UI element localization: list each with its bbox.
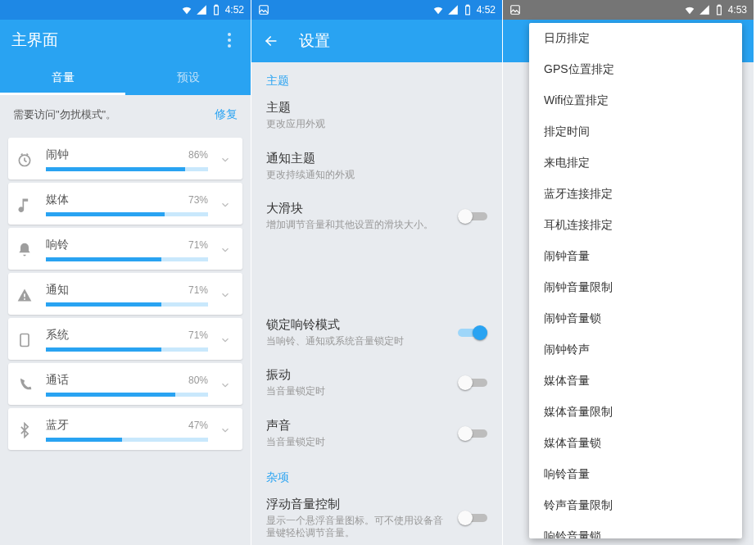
volume-type-icon (16, 242, 34, 258)
row-lock-ring: 锁定响铃模式 当响铃、通知或系统音量锁定时 (251, 307, 502, 358)
status-time: 4:53 (728, 4, 747, 16)
volume-card[interactable]: 通知71% (8, 273, 242, 315)
svg-rect-9 (511, 6, 520, 15)
tab-preset[interactable]: 预设 (125, 61, 251, 95)
svg-rect-6 (260, 6, 269, 15)
volume-type-icon (16, 152, 34, 168)
status-time: 4:52 (477, 4, 496, 16)
screen-main: 4:52 主界面 音量 预设 需要访问"勿扰模式"。 修复 闹钟86%媒体73%… (0, 0, 251, 545)
menu-item[interactable]: 来电排定 (529, 148, 742, 179)
volume-card[interactable]: 蓝牙47% (8, 408, 242, 450)
menu-item[interactable]: 排定时间 (529, 116, 742, 148)
row-vibrate: 振动 当音量锁定时 (251, 357, 502, 408)
chevron-down-icon[interactable] (220, 199, 234, 211)
volume-percent: 86% (188, 149, 208, 161)
volume-label: 蓝牙 (46, 418, 69, 433)
wifi-icon (684, 4, 695, 16)
menu-item[interactable]: 闹钟音量限制 (529, 272, 742, 303)
volume-slider[interactable] (46, 347, 208, 352)
volume-percent: 71% (188, 284, 208, 296)
wifi-icon (432, 4, 444, 16)
chevron-down-icon[interactable] (220, 289, 234, 301)
row-float-volume: 浮动音量控制 显示一个悬浮音量图标。可不使用设备音量键轻松调节音量。 (251, 487, 502, 545)
row-theme[interactable]: 主题 更改应用外观 (251, 90, 502, 141)
svg-rect-4 (24, 298, 25, 300)
volume-percent: 71% (188, 329, 208, 341)
svg-rect-8 (466, 5, 468, 6)
section-theme: 主题 (251, 62, 502, 90)
volume-percent: 71% (188, 239, 208, 251)
battery-icon (462, 4, 473, 16)
volume-slider[interactable] (46, 257, 208, 261)
menu-item[interactable]: 响铃音量锁 (529, 521, 742, 538)
volume-slider[interactable] (46, 302, 208, 307)
screen-menu: 4:53 日历排定GPS位置排定Wifi位置排定排定时间来电排定蓝牙连接排定耳机… (503, 0, 754, 545)
switch-sound[interactable] (458, 425, 487, 442)
dnd-notice: 需要访问"勿扰模式"。 修复 (0, 95, 251, 134)
menu-item[interactable]: 闹钟音量锁 (529, 303, 742, 334)
switch-lock-ring[interactable] (458, 325, 487, 341)
menu-item[interactable]: 闹钟铃声 (529, 334, 742, 366)
menu-item[interactable]: 蓝牙连接排定 (529, 179, 742, 210)
volume-type-icon (16, 332, 34, 348)
volume-card[interactable]: 媒体73% (8, 183, 242, 225)
back-icon[interactable] (263, 33, 279, 49)
svg-rect-7 (465, 6, 469, 14)
menu-item[interactable]: 响铃音量 (529, 459, 742, 490)
svg-rect-5 (20, 334, 29, 346)
switch-big-slider[interactable] (458, 208, 487, 225)
chevron-down-icon[interactable] (220, 334, 234, 346)
signal-icon (699, 4, 710, 16)
volume-card[interactable]: 通话80% (8, 363, 242, 405)
volume-label: 通知 (46, 283, 69, 297)
fix-button[interactable]: 修复 (215, 107, 238, 122)
volume-card[interactable]: 响铃71% (8, 228, 242, 270)
tab-volume[interactable]: 音量 (0, 61, 125, 95)
menu-item[interactable]: 耳机连接排定 (529, 210, 742, 241)
notice-text: 需要访问"勿扰模式"。 (13, 107, 215, 122)
status-bar: 4:53 (503, 0, 754, 20)
battery-icon (713, 4, 725, 16)
volume-slider[interactable] (46, 212, 208, 216)
screen-settings: 4:52 设置 主题 主题 更改应用外观 通知主题 更改持续通知的外观 (251, 0, 503, 545)
menu-item[interactable]: 媒体音量 (529, 366, 742, 397)
overflow-menu-icon[interactable] (220, 33, 239, 48)
volume-percent: 47% (188, 420, 208, 431)
chevron-down-icon[interactable] (220, 425, 234, 436)
volume-percent: 80% (188, 375, 208, 386)
menu-item[interactable]: 媒体音量锁 (529, 428, 742, 459)
page-title: 设置 (299, 30, 330, 52)
volume-percent: 73% (188, 194, 208, 206)
menu-item[interactable]: 闹钟音量 (529, 241, 742, 272)
menu-item[interactable]: 铃声音量限制 (529, 490, 742, 521)
volume-card[interactable]: 闹钟86% (8, 138, 242, 179)
picture-icon (509, 4, 521, 16)
volume-slider[interactable] (46, 438, 208, 442)
svg-rect-3 (24, 293, 25, 297)
switch-vibrate[interactable] (458, 375, 487, 391)
wifi-icon (181, 4, 192, 16)
menu-item[interactable]: Wifi位置排定 (529, 85, 742, 116)
battery-icon (211, 4, 222, 16)
row-notif-theme[interactable]: 通知主题 更改持续通知的外观 (251, 141, 502, 192)
chevron-down-icon[interactable] (220, 379, 234, 391)
volume-card[interactable]: 系统71% (8, 318, 242, 360)
svg-rect-10 (717, 6, 721, 14)
volume-type-icon (16, 287, 34, 303)
chevron-down-icon[interactable] (220, 244, 234, 256)
chevron-down-icon[interactable] (220, 154, 234, 166)
volume-slider[interactable] (46, 393, 208, 397)
section-misc: 杂项 (251, 459, 502, 487)
volume-slider[interactable] (46, 167, 208, 171)
menu-item[interactable]: 媒体音量限制 (529, 397, 742, 428)
switch-float-volume[interactable] (458, 510, 487, 526)
menu-item[interactable]: GPS位置排定 (529, 54, 742, 85)
volume-label: 媒体 (46, 193, 69, 207)
signal-icon (447, 4, 459, 16)
svg-rect-0 (214, 6, 218, 14)
volume-type-icon (16, 197, 34, 213)
volume-label: 响铃 (46, 238, 69, 252)
menu-item[interactable]: 日历排定 (529, 23, 742, 54)
popup-menu: 日历排定GPS位置排定Wifi位置排定排定时间来电排定蓝牙连接排定耳机连接排定闹… (529, 23, 742, 538)
signal-icon (196, 4, 207, 16)
